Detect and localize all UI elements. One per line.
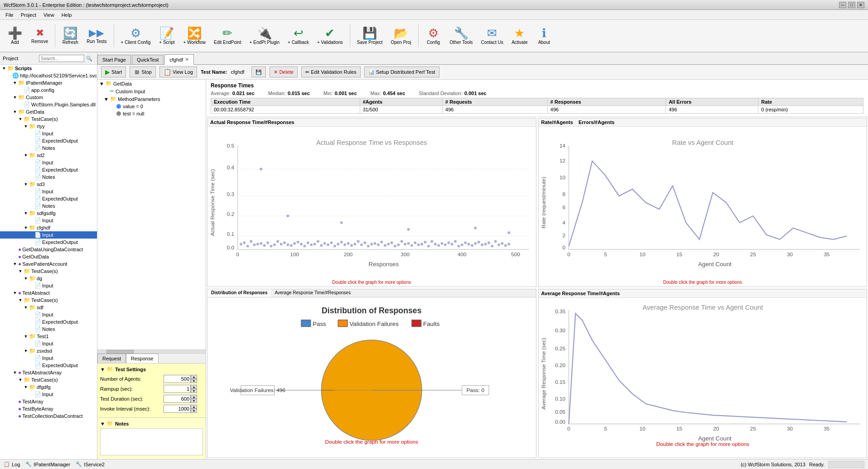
tree-node-rtyy-expected[interactable]: 📄 ExpectedOutput — [0, 137, 97, 144]
config-button[interactable]: ⚙ Config — [422, 21, 445, 50]
response-tab[interactable]: Response — [126, 354, 159, 363]
tree-node-sd3[interactable]: ▼ 📁 sd3 — [0, 181, 97, 188]
param-node-value[interactable]: value = 0 — [97, 103, 206, 110]
tree-node-testabstract[interactable]: ▼ ● TestAbstract — [0, 289, 97, 297]
duration-down[interactable]: ▼ — [191, 399, 197, 403]
request-tab[interactable]: Request — [97, 354, 126, 363]
setup-dist-perf-button[interactable]: 📊 Setup Distributed Perf Test — [364, 67, 439, 77]
duration-input[interactable] — [164, 395, 191, 403]
open-proj-button[interactable]: 📂 Open Proj — [388, 21, 415, 50]
about-button[interactable]: ℹ About — [533, 21, 555, 50]
tree-node-sd3-expected[interactable]: 📄 ExpectedOutput — [0, 195, 97, 202]
rampup-input[interactable] — [164, 385, 191, 393]
run-tests-button[interactable]: ▶▶ Run Tests — [83, 21, 110, 50]
chart-br-inner[interactable]: Average Response Time vs Agent Count 0.3… — [539, 298, 867, 458]
tree-node-cfghdf-expected[interactable]: 📄 ExpectedOutput — [0, 239, 97, 246]
tree-node-testbytearray[interactable]: ● TestByteArray — [0, 405, 97, 412]
scrollbar-thumb[interactable] — [106, 350, 134, 354]
tree-node-sd2-notes[interactable]: 📄 Notes — [0, 173, 97, 181]
endpt-plugin-button[interactable]: 🔌 + EndPt Plugin — [246, 21, 283, 50]
tree-node-getoutdata[interactable]: ● GetOutData — [0, 253, 97, 260]
tree-node-testarray[interactable]: ● TestArray — [0, 398, 97, 405]
other-tools-button[interactable]: 🔧 Other Tools — [447, 21, 476, 50]
horizontal-scrollbar[interactable] — [97, 349, 206, 353]
agents-spinner[interactable]: ▲ ▼ — [191, 375, 197, 383]
tree-node-sd3-notes[interactable]: 📄 Notes — [0, 202, 97, 210]
close-button[interactable]: ✕ — [857, 2, 864, 8]
tree-node-sdfgsdfg[interactable]: ▼ 📁 sdfgsdfg — [0, 210, 97, 217]
rampup-down[interactable]: ▼ — [191, 389, 197, 393]
tree-node-test1-input[interactable]: 📄 Input — [0, 340, 97, 347]
tree-node-sd3-input[interactable]: 📄 Input — [0, 188, 97, 195]
workflow-button[interactable]: 🔀 + Workflow — [180, 21, 209, 50]
menu-project[interactable]: Project — [17, 11, 40, 19]
minimize-button[interactable]: ─ — [839, 2, 846, 8]
tree-node-sd2[interactable]: ▼ 📁 sd2 — [0, 152, 97, 159]
tree-node-custom[interactable]: ▼ 📁 Custom — [0, 94, 97, 101]
interval-up[interactable]: ▲ — [191, 405, 197, 409]
edit-validation-button[interactable]: ✏ Edit Validation Rules — [301, 67, 361, 77]
param-node-custom-input[interactable]: ✏ Custom Input — [97, 87, 206, 95]
tree-node-scripts[interactable]: ▼ 📁 Scripts — [0, 65, 97, 72]
menu-help[interactable]: Help — [58, 11, 76, 19]
tree-node-sd2-input[interactable]: 📄 Input — [0, 159, 97, 166]
tree-node-testcases-ta[interactable]: ▼ 📁 TestCase(s) — [0, 297, 97, 304]
callback-button[interactable]: ↩ + Callback — [285, 21, 312, 50]
validations-button[interactable]: ✔ + Validations — [314, 21, 346, 50]
project-search-input[interactable] — [39, 55, 84, 62]
param-node-methodparams[interactable]: ▼ 📁 MethodParameters — [97, 95, 206, 103]
tree-node-rtyy-input[interactable]: 📄 Input — [0, 130, 97, 137]
agents-up[interactable]: ▲ — [191, 375, 197, 379]
chart-tr-inner[interactable]: Rate vs Agent Count 14 12 10 8 6 4 — [539, 127, 867, 287]
agents-down[interactable]: ▼ — [191, 379, 197, 383]
start-button[interactable]: ▶ Start — [101, 67, 126, 77]
stop-button[interactable]: ⏹ Stop — [130, 67, 156, 77]
tree-node-rtyy[interactable]: ▼ 📁 rtyy — [0, 123, 97, 130]
view-log-button[interactable]: 📋 View Log — [159, 67, 197, 77]
add-button[interactable]: ➕ Add — [4, 21, 26, 50]
script-button[interactable]: 📝 + Script — [155, 21, 178, 50]
tree-node-dg-input[interactable]: 📄 Input — [0, 282, 97, 289]
tree-node-rtyy-notes[interactable]: 📄 Notes — [0, 144, 97, 152]
tab-cfghdf[interactable]: cfghdf ✕ — [164, 54, 194, 65]
contact-us-button[interactable]: ✉ Contact Us — [477, 21, 506, 50]
tab-start-page[interactable]: Start Page — [97, 55, 131, 64]
chart-tl-inner[interactable]: Actual Response Time vs Responses 0.5 0.… — [207, 127, 536, 287]
param-node-test[interactable]: test = null — [97, 110, 206, 117]
tree-node-testabstractarray[interactable]: ▼ ● TestAbstractArray — [0, 369, 97, 376]
interval-down[interactable]: ▼ — [191, 409, 197, 413]
search-icon[interactable]: 🔍 — [86, 56, 92, 62]
tree-node-test1[interactable]: ▼ 📁 Test1 — [0, 333, 97, 340]
tree-node-sd2-expected[interactable]: 📄 ExpectedOutput — [0, 166, 97, 173]
tree-node-testcases-sp[interactable]: ▼ 📁 TestCase(s) — [0, 268, 97, 275]
tree-node-sdf-expected[interactable]: 📄 ExpectedOutput — [0, 318, 97, 325]
tree-node-appconfig[interactable]: 📄 app.config — [0, 86, 97, 94]
chart-tl-hint[interactable]: Double click the graph for more options — [332, 280, 411, 285]
tree-node-testcollection[interactable]: ● TestCollectionDataContract — [0, 412, 97, 420]
status-log[interactable]: 📋 Log — [4, 461, 20, 467]
maximize-button[interactable]: □ — [848, 2, 855, 8]
tree-node-testcases-taa[interactable]: ▼ 📁 TestCase(s) — [0, 376, 97, 383]
tree-node-getdatausingdc[interactable]: ● GetDataUsingDataContract — [0, 246, 97, 253]
tree-node-sdf-input[interactable]: 📄 Input — [0, 311, 97, 318]
tree-node-service[interactable]: 🌐 http://localhost:52109/Service1.svc — [0, 72, 97, 79]
duration-spinner[interactable]: ▲ ▼ — [191, 395, 197, 403]
tree-node-dfgdfg-input[interactable]: 📄 Input — [0, 391, 97, 398]
tree-node-sdf[interactable]: ▼ 📁 sdf — [0, 304, 97, 311]
tab-close-cfghdf[interactable]: ✕ — [185, 57, 189, 62]
tree-node-plugin[interactable]: 📄 WcfStorm.Plugin.Samples.dll — [0, 101, 97, 108]
delete-button[interactable]: ✕ Delete — [270, 67, 298, 77]
tab-quicktest[interactable]: QuickTest — [132, 55, 164, 64]
tree-node-sdfgsdfg-input[interactable]: 📄 Input — [0, 217, 97, 224]
tree-node-cfghdf[interactable]: ▼ 📁 cfghdf — [0, 224, 97, 231]
client-config-button[interactable]: ⚙ + Client Config — [118, 21, 154, 50]
tree-node-ipatient[interactable]: ▼ 📁 IPatientManager — [0, 79, 97, 86]
notes-collapse-icon[interactable]: ▼ — [100, 421, 105, 426]
save-test-button[interactable]: 💾 — [251, 67, 266, 77]
tree-node-testcases1[interactable]: ▼ 📁 TestCase(s) — [0, 115, 97, 123]
tree-node-cfghdf-input[interactable]: 📄 Input — [0, 231, 97, 239]
tree-node-dg[interactable]: ▼ 📁 dg — [0, 275, 97, 282]
interval-spinner[interactable]: ▲ ▼ — [191, 405, 197, 413]
tree-node-zsxdsd-input[interactable]: 📄 Input — [0, 354, 97, 362]
tree-node-getdata[interactable]: ▼ 📁 GetData — [0, 108, 97, 115]
